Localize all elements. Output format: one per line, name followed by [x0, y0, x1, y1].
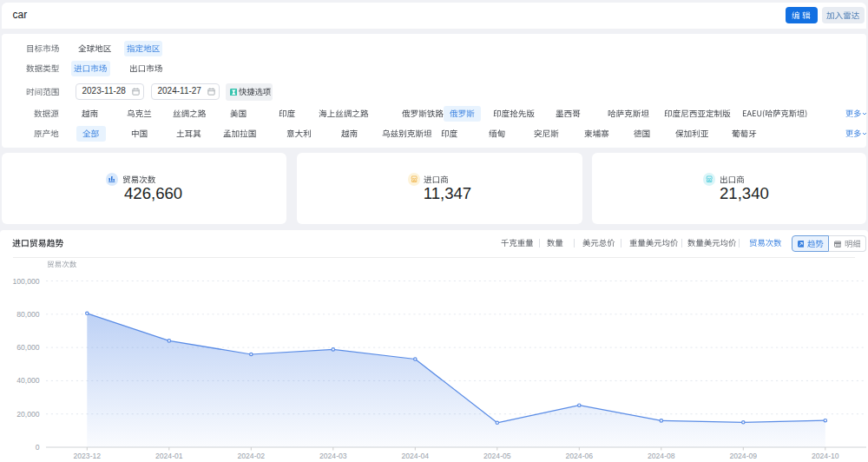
svg-text:60,000: 60,000 [16, 343, 40, 352]
svg-text:2024-03: 2024-03 [319, 452, 347, 460]
svg-text:20,000: 20,000 [16, 410, 40, 419]
svg-text:40,000: 40,000 [16, 376, 40, 385]
svg-text:2024-05: 2024-05 [483, 452, 511, 460]
svg-text:0: 0 [36, 443, 40, 452]
svg-text:80,000: 80,000 [16, 310, 40, 319]
svg-text:2024-08: 2024-08 [648, 452, 675, 460]
svg-text:2024-02: 2024-02 [238, 452, 266, 460]
svg-text:2023-12: 2023-12 [74, 452, 102, 460]
svg-text:2024-01: 2024-01 [155, 452, 183, 460]
svg-text:100,000: 100,000 [12, 277, 39, 286]
svg-text:2024-04: 2024-04 [402, 452, 430, 460]
svg-text:2024-10: 2024-10 [812, 452, 839, 460]
svg-text:2024-09: 2024-09 [730, 452, 758, 460]
svg-text:2024-06: 2024-06 [566, 452, 594, 460]
